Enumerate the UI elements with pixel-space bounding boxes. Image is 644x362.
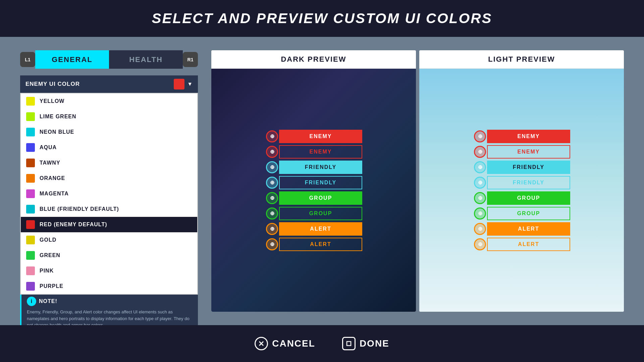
tab-general[interactable]: GENERAL — [35, 50, 109, 69]
aqua-swatch — [26, 143, 35, 152]
tab-health[interactable]: HEALTH — [109, 50, 183, 69]
light-enemy-bar-2: ⊕ ENEMY — [473, 145, 570, 159]
dark-enemy-name-2: ENEMY — [279, 145, 362, 159]
light-preview-header: LIGHT PREVIEW — [419, 50, 624, 69]
ow-icon-light-enemy-2: ⊕ — [474, 146, 486, 158]
dark-enemy-icon-1: ⊕ — [265, 130, 279, 143]
light-alert-name-2: ALERT — [487, 238, 570, 251]
square-svg — [346, 341, 352, 346]
pink-swatch — [26, 266, 35, 275]
light-group-icon-1: ⊕ — [473, 191, 487, 205]
shoulder-btn-right: R1 — [183, 52, 198, 67]
light-friendly-bar-2: ⊕ FRIENDLY — [473, 176, 570, 189]
dark-group-name-2: GROUP — [279, 207, 362, 220]
lime-green-label: LIME GREEN — [40, 114, 76, 120]
svg-rect-2 — [347, 342, 351, 346]
yellow-swatch — [26, 97, 35, 106]
enemy-ui-color-value: ▼ — [174, 79, 193, 89]
preview-panels: DARK PREVIEW ⊕ ENEMY — [211, 50, 624, 312]
blue-friendly-swatch — [26, 205, 35, 214]
ow-icon-light-friendly-2: ⊕ — [474, 177, 486, 189]
neon-blue-swatch — [26, 128, 35, 136]
light-player-bars: ⊕ ENEMY ⊕ ENEMY — [473, 130, 570, 251]
dropdown-item-magenta[interactable]: MAGENTA — [21, 186, 197, 201]
light-alert-icon-2: ⊕ — [473, 238, 487, 251]
done-label: DONE — [360, 338, 389, 349]
dark-alert-bar-1: ⊕ ALERT — [265, 222, 362, 236]
dark-group-icon-1: ⊕ — [265, 191, 279, 205]
light-friendly-name-1: FRIENDLY — [487, 161, 570, 174]
purple-label: PURPLE — [40, 283, 63, 289]
ow-icon-group-2: ⊕ — [266, 207, 278, 220]
yellow-label: YELLOW — [40, 98, 64, 104]
magenta-label: MAGENTA — [40, 191, 69, 197]
dark-enemy-bar-1: ⊕ ENEMY — [265, 130, 362, 143]
dropdown-item-blue-friendly[interactable]: BLUE (FRIENDLY DEFAULT) — [21, 201, 197, 217]
red-enemy-swatch — [26, 220, 35, 229]
green-swatch — [26, 251, 35, 260]
dropdown-item-red-enemy[interactable]: RED (ENEMY DEFAULT) — [21, 217, 197, 232]
ow-icon-friendly-2: ⊕ — [266, 177, 278, 189]
dropdown-item-aqua[interactable]: AQUA — [21, 140, 197, 155]
page-title: SELECT AND PREVIEW CUSTOM UI COLORS — [152, 10, 492, 26]
orange-swatch — [26, 174, 35, 183]
ow-icon-light-alert-1: ⊕ — [474, 223, 486, 235]
light-friendly-bar-1: ⊕ FRIENDLY — [473, 161, 570, 174]
dark-preview-panel: DARK PREVIEW ⊕ ENEMY — [211, 50, 416, 312]
ow-icon-enemy-1: ⊕ — [266, 130, 278, 142]
neon-blue-label: NEON BLUE — [40, 129, 74, 135]
light-preview-content: ⊕ ENEMY ⊕ ENEMY — [419, 69, 624, 312]
note-title: NOTE! — [39, 298, 57, 304]
ow-icon-friendly-1: ⊕ — [266, 161, 278, 173]
light-friendly-icon-2: ⊕ — [473, 176, 487, 189]
pink-label: PINK — [40, 268, 54, 274]
enemy-ui-color-row[interactable]: ENEMY UI COLOR ▼ YELLOW LIME GREEN — [20, 75, 198, 93]
light-group-name-1: GROUP — [487, 191, 570, 205]
color-dropdown-menu: YELLOW LIME GREEN NEON BLUE AQUA — [20, 93, 198, 295]
enemy-color-swatch — [174, 79, 184, 89]
dropdown-item-lime-green[interactable]: LIME GREEN — [21, 109, 197, 124]
left-panel: L1 GENERAL HEALTH R1 ENEMY UI COLOR ▼ YE… — [20, 50, 198, 343]
dropdown-item-yellow[interactable]: YELLOW — [21, 94, 197, 109]
light-friendly-icon-1: ⊕ — [473, 161, 487, 174]
dropdown-item-gold[interactable]: GOLD — [21, 232, 197, 248]
light-enemy-icon-1: ⊕ — [473, 130, 487, 143]
dark-alert-name-1: ALERT — [279, 222, 362, 236]
dark-friendly-name-2: FRIENDLY — [279, 176, 362, 189]
dropdown-item-tawny[interactable]: TAWNY — [21, 155, 197, 171]
cancel-button[interactable]: CANCEL — [255, 337, 315, 350]
light-alert-bar-1: ⊕ ALERT — [473, 222, 570, 236]
dark-background: ⊕ ENEMY ⊕ ENEMY — [211, 69, 416, 312]
tawny-swatch — [26, 159, 35, 167]
light-alert-bar-2: ⊕ ALERT — [473, 238, 570, 251]
light-alert-name-1: ALERT — [487, 222, 570, 236]
lime-green-swatch — [26, 112, 35, 121]
note-header: i NOTE! — [27, 297, 193, 306]
magenta-swatch — [26, 189, 35, 198]
dark-friendly-name-1: FRIENDLY — [279, 161, 362, 174]
ow-icon-alert-1: ⊕ — [266, 223, 278, 235]
dark-alert-bar-2: ⊕ ALERT — [265, 238, 362, 251]
dropdown-item-purple[interactable]: PURPLE — [21, 279, 197, 294]
gold-swatch — [26, 236, 35, 244]
light-group-name-2: GROUP — [487, 207, 570, 220]
aqua-label: AQUA — [40, 144, 57, 150]
dark-alert-icon-2: ⊕ — [265, 238, 279, 251]
dark-enemy-bar-2: ⊕ ENEMY — [265, 145, 362, 159]
dropdown-item-neon-blue[interactable]: NEON BLUE — [21, 124, 197, 140]
dropdown-item-orange[interactable]: ORANGE — [21, 171, 197, 186]
light-enemy-icon-2: ⊕ — [473, 145, 487, 159]
done-button[interactable]: DONE — [342, 337, 389, 350]
dropdown-item-pink[interactable]: PINK — [21, 263, 197, 279]
dark-preview-title: DARK PREVIEW — [281, 55, 346, 64]
dropdown-item-green[interactable]: GREEN — [21, 248, 197, 263]
square-button-icon — [342, 337, 356, 350]
cancel-label: CANCEL — [272, 338, 315, 349]
light-group-bar-1: ⊕ GROUP — [473, 191, 570, 205]
dark-alert-icon-1: ⊕ — [265, 222, 279, 236]
main-content: L1 GENERAL HEALTH R1 ENEMY UI COLOR ▼ YE… — [0, 37, 644, 325]
purple-swatch — [26, 282, 35, 291]
blue-friendly-label: BLUE (FRIENDLY DEFAULT) — [40, 206, 119, 212]
dark-enemy-name-1: ENEMY — [279, 130, 362, 143]
dark-friendly-icon-1: ⊕ — [265, 161, 279, 174]
